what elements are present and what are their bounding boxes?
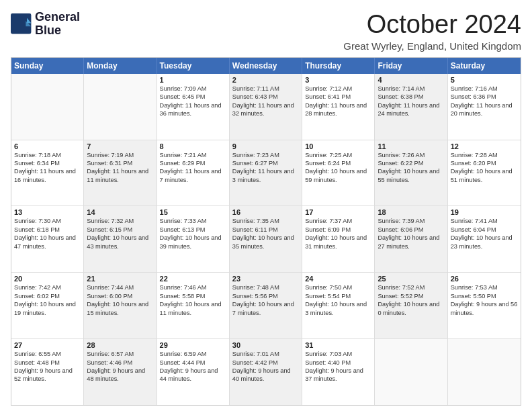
- sunset-text: Sunset: 6:18 PM: [14, 226, 81, 234]
- sunrise-text: Sunrise: 7:41 AM: [451, 217, 518, 225]
- header-day-monday: Monday: [84, 58, 157, 74]
- sunset-text: Sunset: 4:42 PM: [232, 359, 299, 367]
- day-number: 4: [378, 76, 444, 84]
- day-number: 21: [87, 275, 153, 283]
- day-cell-24: 24Sunrise: 7:50 AMSunset: 5:54 PMDayligh…: [302, 273, 375, 338]
- day-number: 9: [232, 142, 299, 150]
- sunrise-text: Sunrise: 6:59 AM: [160, 350, 226, 358]
- calendar-row-3: 13Sunrise: 7:30 AMSunset: 6:18 PMDayligh…: [11, 206, 521, 273]
- daylight-text: Daylight: 10 hours and 27 minutes.: [378, 234, 444, 250]
- sunset-text: Sunset: 6:29 PM: [160, 159, 226, 167]
- header-day-thursday: Thursday: [302, 58, 375, 74]
- day-cell-15: 15Sunrise: 7:33 AMSunset: 6:13 PMDayligh…: [157, 206, 230, 272]
- sunrise-text: Sunrise: 7:21 AM: [160, 151, 226, 159]
- day-number: 8: [160, 142, 226, 150]
- day-cell-17: 17Sunrise: 7:37 AMSunset: 6:09 PMDayligh…: [302, 206, 375, 272]
- day-number: 13: [14, 208, 81, 216]
- sunrise-text: Sunrise: 7:28 AM: [451, 151, 518, 159]
- sunset-text: Sunset: 5:54 PM: [305, 292, 371, 300]
- sunset-text: Sunset: 6:04 PM: [451, 226, 518, 234]
- day-number: 5: [451, 76, 518, 84]
- sunrise-text: Sunrise: 7:25 AM: [305, 151, 371, 159]
- daylight-text: Daylight: 10 hours and 43 minutes.: [87, 234, 153, 250]
- empty-cell: [448, 339, 521, 405]
- day-cell-12: 12Sunrise: 7:28 AMSunset: 6:20 PMDayligh…: [448, 140, 521, 206]
- sunset-text: Sunset: 5:56 PM: [232, 292, 299, 300]
- daylight-text: Daylight: 11 hours and 20 minutes.: [451, 101, 518, 118]
- daylight-text: Daylight: 11 hours and 7 minutes.: [160, 167, 226, 184]
- day-number: 2: [232, 76, 299, 84]
- sunset-text: Sunset: 6:20 PM: [451, 159, 518, 167]
- sunrise-text: Sunrise: 7:32 AM: [87, 217, 153, 225]
- logo-line1: General: [35, 11, 80, 24]
- header: General Blue October 2024 Great Wyrley, …: [11, 11, 521, 52]
- day-cell-27: 27Sunrise: 6:55 AMSunset: 4:48 PMDayligh…: [11, 339, 84, 405]
- sunset-text: Sunset: 4:46 PM: [87, 359, 153, 367]
- day-cell-21: 21Sunrise: 7:44 AMSunset: 6:00 PMDayligh…: [84, 273, 157, 338]
- day-number: 1: [160, 76, 226, 84]
- sunrise-text: Sunrise: 7:50 AM: [305, 283, 371, 291]
- empty-cell: [11, 74, 84, 140]
- day-cell-6: 6Sunrise: 7:18 AMSunset: 6:34 PMDaylight…: [11, 140, 84, 206]
- daylight-text: Daylight: 9 hours and 40 minutes.: [232, 367, 299, 383]
- day-cell-10: 10Sunrise: 7:25 AMSunset: 6:24 PMDayligh…: [302, 140, 375, 206]
- day-cell-29: 29Sunrise: 6:59 AMSunset: 4:44 PMDayligh…: [157, 339, 230, 405]
- day-number: 25: [378, 275, 444, 283]
- sunset-text: Sunset: 6:38 PM: [378, 93, 444, 101]
- day-number: 7: [87, 142, 153, 150]
- calendar-row-2: 6Sunrise: 7:18 AMSunset: 6:34 PMDaylight…: [11, 140, 521, 207]
- sunset-text: Sunset: 6:31 PM: [87, 159, 153, 167]
- daylight-text: Daylight: 9 hours and 37 minutes.: [305, 367, 371, 383]
- sunrise-text: Sunrise: 7:16 AM: [451, 85, 518, 93]
- daylight-text: Daylight: 11 hours and 24 minutes.: [378, 101, 444, 118]
- day-number: 20: [14, 275, 81, 283]
- daylight-text: Daylight: 10 hours and 15 minutes.: [87, 300, 153, 317]
- day-cell-9: 9Sunrise: 7:23 AMSunset: 6:27 PMDaylight…: [230, 140, 302, 206]
- sunset-text: Sunset: 4:44 PM: [160, 359, 226, 367]
- day-cell-22: 22Sunrise: 7:46 AMSunset: 5:58 PMDayligh…: [157, 273, 230, 338]
- location: Great Wyrley, England, United Kingdom: [343, 40, 521, 52]
- day-cell-28: 28Sunrise: 6:57 AMSunset: 4:46 PMDayligh…: [84, 339, 157, 405]
- daylight-text: Daylight: 10 hours and 0 minutes.: [378, 300, 444, 317]
- sunset-text: Sunset: 6:15 PM: [87, 226, 153, 234]
- page: General Blue October 2024 Great Wyrley, …: [0, 0, 532, 411]
- sunset-text: Sunset: 6:45 PM: [160, 93, 226, 101]
- header-day-sunday: Sunday: [11, 58, 84, 74]
- day-cell-23: 23Sunrise: 7:48 AMSunset: 5:56 PMDayligh…: [230, 273, 302, 338]
- sunset-text: Sunset: 5:50 PM: [451, 292, 518, 300]
- sunrise-text: Sunrise: 7:09 AM: [160, 85, 226, 93]
- logo: General Blue: [11, 11, 80, 38]
- daylight-text: Daylight: 9 hours and 52 minutes.: [14, 367, 81, 383]
- day-cell-11: 11Sunrise: 7:26 AMSunset: 6:22 PMDayligh…: [375, 140, 447, 206]
- daylight-text: Daylight: 10 hours and 47 minutes.: [14, 234, 81, 250]
- sunset-text: Sunset: 6:02 PM: [14, 292, 81, 300]
- sunset-text: Sunset: 6:34 PM: [14, 159, 81, 167]
- sunset-text: Sunset: 5:52 PM: [378, 292, 444, 300]
- day-number: 19: [451, 208, 518, 216]
- sunset-text: Sunset: 6:24 PM: [305, 159, 371, 167]
- day-number: 29: [160, 341, 226, 349]
- daylight-text: Daylight: 11 hours and 16 minutes.: [14, 167, 81, 184]
- day-number: 31: [305, 341, 371, 349]
- sunrise-text: Sunrise: 7:46 AM: [160, 283, 226, 291]
- sunrise-text: Sunrise: 7:23 AM: [232, 151, 299, 159]
- sunrise-text: Sunrise: 7:53 AM: [451, 283, 518, 291]
- day-cell-16: 16Sunrise: 7:35 AMSunset: 6:11 PMDayligh…: [230, 206, 302, 272]
- sunrise-text: Sunrise: 7:26 AM: [378, 151, 444, 159]
- daylight-text: Daylight: 9 hours and 44 minutes.: [160, 367, 226, 383]
- sunrise-text: Sunrise: 7:42 AM: [14, 283, 81, 291]
- day-cell-26: 26Sunrise: 7:53 AMSunset: 5:50 PMDayligh…: [448, 273, 521, 338]
- daylight-text: Daylight: 11 hours and 28 minutes.: [305, 101, 371, 118]
- day-number: 15: [160, 208, 226, 216]
- header-day-friday: Friday: [375, 58, 447, 74]
- day-cell-25: 25Sunrise: 7:52 AMSunset: 5:52 PMDayligh…: [375, 273, 447, 338]
- sunset-text: Sunset: 6:22 PM: [378, 159, 444, 167]
- day-cell-19: 19Sunrise: 7:41 AMSunset: 6:04 PMDayligh…: [448, 206, 521, 272]
- daylight-text: Daylight: 10 hours and 35 minutes.: [232, 234, 299, 250]
- day-number: 22: [160, 275, 226, 283]
- daylight-text: Daylight: 11 hours and 36 minutes.: [160, 101, 226, 118]
- calendar-body: 1Sunrise: 7:09 AMSunset: 6:45 PMDaylight…: [11, 74, 521, 405]
- empty-cell: [84, 74, 157, 140]
- day-number: 11: [378, 142, 444, 150]
- day-number: 6: [14, 142, 81, 150]
